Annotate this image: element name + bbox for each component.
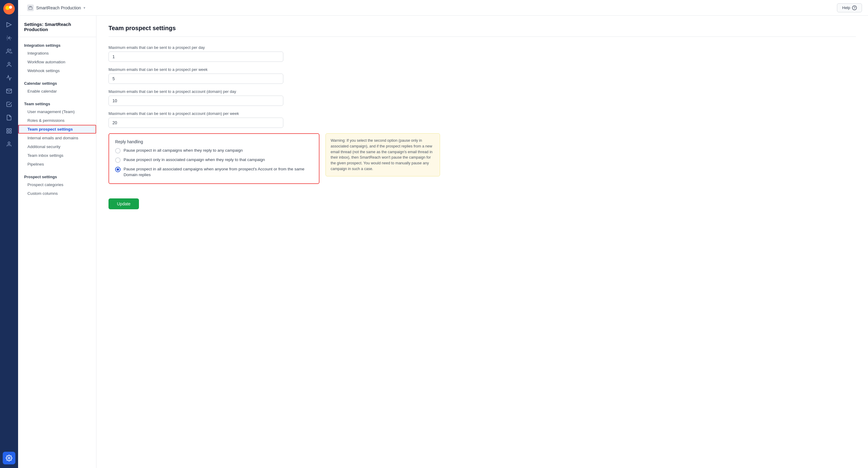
nav-analytics-icon[interactable] — [4, 72, 14, 83]
page-content: Team prospect settings Maximum emails th… — [96, 16, 868, 468]
reply-and-warning-container: Reply handling Pause prospect in all cam… — [108, 133, 856, 191]
workspace-selector[interactable]: SmartReach Production ▾ — [24, 3, 88, 13]
label-max-per-week: Maximum emails that can be sent to a pro… — [108, 67, 856, 72]
svg-point-10 — [8, 142, 10, 144]
form-group-max-domain-per-week: Maximum emails that can be sent to a pro… — [108, 111, 856, 128]
reply-handling-box: Reply handling Pause prospect in all cam… — [108, 133, 319, 184]
help-circle-icon: ? — [852, 5, 857, 10]
icon-bar — [0, 0, 18, 468]
svg-point-3 — [8, 37, 10, 39]
icon-bar-bottom — [3, 452, 16, 464]
form-group-max-domain-per-day: Maximum emails that can be sent to a pro… — [108, 89, 856, 106]
nav-contacts-icon[interactable] — [4, 59, 14, 70]
sidebar: Settings: SmartReach Production Integrat… — [18, 16, 96, 468]
nav-broadcast-icon[interactable] — [4, 33, 14, 43]
sidebar-item-additional-security[interactable]: Additional security — [18, 142, 96, 151]
section-title: Team prospect settings — [108, 25, 856, 37]
sidebar-section-integration: Integration settings — [18, 41, 96, 49]
input-max-domain-per-week[interactable] — [108, 118, 283, 128]
input-max-per-week[interactable] — [108, 74, 283, 84]
svg-rect-8 — [7, 131, 9, 133]
input-max-domain-per-day[interactable] — [108, 96, 283, 106]
label-max-domain-per-week: Maximum emails that can be sent to a pro… — [108, 111, 856, 116]
sidebar-item-integrations[interactable]: Integrations — [18, 49, 96, 58]
sidebar-section-team: Team settings — [18, 99, 96, 107]
sidebar-item-internal-emails[interactable]: Internal emails and domains — [18, 134, 96, 142]
form-group-max-per-day: Maximum emails that can be sent to a pro… — [108, 45, 856, 62]
svg-rect-12 — [29, 7, 32, 9]
sidebar-item-roles-permissions[interactable]: Roles & permissions — [18, 116, 96, 125]
app-container: SmartReach Production ▾ Help ? Settings:… — [0, 0, 868, 468]
svg-point-11 — [8, 457, 10, 459]
nav-prospects-icon[interactable] — [4, 46, 14, 57]
sidebar-item-workflow-automation[interactable]: Workflow automation — [18, 58, 96, 66]
warning-text: Warning: If you select the second option… — [331, 138, 433, 171]
sidebar-item-pipelines[interactable]: Pipelines — [18, 160, 96, 169]
top-bar: SmartReach Production ▾ Help ? — [18, 0, 868, 16]
sidebar-item-webhook-settings[interactable]: Webhook settings — [18, 66, 96, 75]
content-area: Settings: SmartReach Production Integrat… — [18, 16, 868, 468]
nav-integrations-icon[interactable] — [4, 125, 14, 136]
update-button[interactable]: Update — [108, 198, 139, 209]
radio-circle-3[interactable] — [115, 167, 121, 172]
reply-handling-title: Reply handling — [115, 139, 313, 144]
nav-reports-icon[interactable] — [4, 112, 14, 123]
nav-campaigns-icon[interactable] — [4, 19, 14, 30]
page-title: Settings: SmartReach Production — [24, 22, 90, 32]
sidebar-item-team-prospect-settings[interactable]: Team prospect settings — [18, 125, 96, 134]
svg-point-5 — [8, 62, 10, 64]
label-max-domain-per-day: Maximum emails that can be sent to a pro… — [108, 89, 856, 94]
reply-option-3[interactable]: Pause prospect in all associated campaig… — [115, 167, 313, 178]
svg-rect-7 — [10, 129, 11, 130]
settings-gear-button[interactable] — [3, 452, 16, 464]
help-button[interactable]: Help ? — [837, 3, 862, 12]
reply-option-2[interactable]: Pause prospect only in associated campai… — [115, 157, 313, 163]
reply-option-2-label: Pause prospect only in associated campai… — [124, 157, 265, 163]
sidebar-item-prospect-categories[interactable]: Prospect categories — [18, 180, 96, 189]
form-group-max-per-week: Maximum emails that can be sent to a pro… — [108, 67, 856, 84]
label-max-per-day: Maximum emails that can be sent to a pro… — [108, 45, 856, 50]
reply-option-1[interactable]: Pause prospect in all campaigns when the… — [115, 148, 313, 153]
svg-rect-6 — [7, 129, 9, 130]
sidebar-item-custom-columns[interactable]: Custom columns — [18, 189, 96, 198]
warning-box: Warning: If you select the second option… — [326, 133, 440, 176]
svg-point-4 — [7, 49, 9, 51]
radio-circle-2[interactable] — [115, 157, 121, 163]
sidebar-section-prospect: Prospect settings — [18, 172, 96, 180]
nav-tasks-icon[interactable] — [4, 99, 14, 110]
top-bar-right: Help ? — [837, 3, 862, 12]
svg-rect-9 — [10, 131, 11, 133]
sidebar-item-enable-calendar[interactable]: Enable calendar — [18, 87, 96, 96]
svg-point-2 — [9, 6, 12, 9]
main-area: SmartReach Production ▾ Help ? Settings:… — [18, 0, 868, 468]
nav-profile-icon[interactable] — [4, 139, 14, 150]
nav-inbox-icon[interactable] — [4, 86, 14, 96]
sidebar-section-calendar: Calendar settings — [18, 79, 96, 87]
reply-option-3-label: Pause prospect in all associated campaig… — [124, 167, 313, 178]
help-label: Help — [842, 5, 850, 10]
app-logo[interactable] — [3, 3, 15, 14]
input-max-per-day[interactable] — [108, 52, 283, 62]
workspace-icon — [27, 4, 34, 11]
reply-option-1-label: Pause prospect in all campaigns when the… — [124, 148, 243, 153]
sidebar-item-team-inbox-settings[interactable]: Team inbox settings — [18, 151, 96, 160]
radio-circle-1[interactable] — [115, 148, 121, 153]
workspace-name: SmartReach Production — [36, 5, 81, 10]
chevron-down-icon: ▾ — [84, 6, 85, 10]
update-button-label: Update — [117, 201, 130, 206]
svg-point-1 — [5, 6, 10, 10]
sidebar-item-user-management[interactable]: User management (Team) — [18, 107, 96, 116]
